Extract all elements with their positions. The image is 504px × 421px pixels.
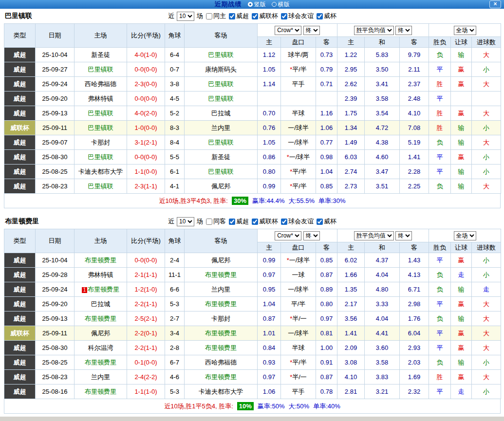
handicap-home-odds-cell: 1.01 [258,326,281,341]
home-team-cell: 布里顿费里 [75,311,127,326]
avg-home-cell: 1.34 [337,121,365,135]
avg-away-cell: 2.28 [400,165,429,179]
league-wlb-checkbox[interactable] [252,219,258,225]
league-friendly-label: 球会友谊 [288,217,314,226]
handicap-line-cell: 半球 [281,106,316,121]
league-wc-checkbox[interactable] [229,13,235,19]
radio-vertical[interactable]: 竖版 [248,0,266,9]
company-select[interactable]: Crow* [275,231,301,240]
league-filter-wb[interactable]: 威杯 [316,12,336,20]
dialog-titlebar: 近期战绩 竖版 横版 × [0,0,504,9]
handicap-away-odds-cell: 0.87 [316,370,337,384]
radio-selected-icon [248,2,253,7]
away-team-cell: 布里顿费里 [185,370,258,384]
league-type-cell: 威超 [4,355,36,370]
league-filter-friendly[interactable]: 球会友谊 [280,12,314,20]
avg-away-cell: 2.32 [400,384,429,399]
league-wb-checkbox[interactable] [317,13,323,19]
result-handicap-cell: 赢 [451,370,472,384]
final-select[interactable]: 终 [303,26,320,35]
team-section-2: 布里顿费里 近 10 场 同客 威超 威联杯 球会友谊 威杯 类型 日期 主场 … [4,214,501,414]
league-wb-checkbox[interactable] [317,219,323,225]
corner-cell: 4-1 [165,179,185,194]
avg-home-cell: 2.95 [337,62,365,77]
league-filter-friendly[interactable]: 球会友谊 [280,217,314,226]
handicap-line-cell: *半/一 [281,311,316,326]
handicap-away-odds-cell: 0.89 [316,282,337,297]
summary-record: 近10场,胜1平5负4, 胜率: [164,402,233,411]
corner-cell: 5-3 [165,297,185,311]
league-type-cell: 威超 [4,384,36,399]
result-goal-cell: 大 [472,135,501,150]
corner-cell: 11-1 [165,268,185,282]
league-filter-wc[interactable]: 威超 [228,12,249,20]
avg-select[interactable]: 胜平负均值 [354,26,394,35]
result-goal-cell: 小 [472,121,501,135]
avg-select[interactable]: 胜平负均值 [354,231,394,240]
final-select[interactable]: 终 [303,231,320,240]
league-type-cell: 威超 [4,150,36,165]
window-bottom-edge [0,417,504,421]
score-cell: 0-0(0-0) [127,150,165,165]
league-wlb-checkbox[interactable] [252,13,258,19]
league-friendly-checkbox[interactable] [281,219,287,225]
avg-dropdowns: 胜平负均值 终 [337,24,429,37]
score-cell: 1-1(1-0) [127,384,165,399]
handicap-away-odds-cell: 0.73 [316,48,337,62]
team-name: 巴里镇联 [5,12,32,20]
result-handicap-cell: 输 [451,282,472,297]
result-goal-cell: 小 [472,253,501,268]
company-select[interactable]: Crow* [275,26,301,35]
result-handicap-cell: 走 [451,268,472,282]
avg-away-cell: 1.76 [400,311,429,326]
avg-away-cell: 7.08 [400,121,429,135]
same-venue-checkbox[interactable] [206,219,212,225]
away-team-cell: 西哈弗福德 [185,355,258,370]
avg-draw-cell: 3.47 [365,165,400,179]
handicap-away-odds-cell: 0.97 [316,311,337,326]
avg-draw-cell: 4.72 [365,121,400,135]
result-wdl-cell: 平 [429,150,451,165]
same-venue-filter[interactable]: 同主 [205,12,226,20]
scope-dropdown: 全场 [429,229,501,242]
match-count-select[interactable]: 10 [177,12,194,21]
match-count-select[interactable]: 10 [177,217,194,226]
score-cell: 0-0(0-0) [127,253,165,268]
league-filter-wlb[interactable]: 威联杯 [251,217,278,226]
score-cell: 2-3(1-1) [127,179,165,194]
handicap-line-cell: *平/半 [281,179,316,194]
match-date-cell: 25-09-24 [36,77,75,92]
avg-home-cell: 2.62 [337,77,365,92]
close-icon[interactable]: × [489,0,501,8]
result-goal-cell: 大 [472,48,501,62]
league-filter-wb[interactable]: 威杯 [316,217,336,226]
avg-draw-cell: 3.58 [365,355,400,370]
match-row: 威超25-09-07卡那封3-1(2-1)8-4巴里镇联1.05一/球半0.77… [4,135,501,150]
avg-away-cell: 2.03 [400,355,429,370]
same-venue-checkbox[interactable] [206,13,212,19]
scope-select[interactable]: 全场 [454,231,476,240]
col-result-goals: 进球数 [472,242,501,253]
league-wc-checkbox[interactable] [229,219,235,225]
league-filter-wc[interactable]: 威超 [228,217,249,226]
match-row: 威超25-09-13布里顿费里2-5(2-1)2-7卡那封0.87*半/一0.9… [4,311,501,326]
league-filter-wlb[interactable]: 威联杯 [251,12,278,20]
scope-select[interactable]: 全场 [454,26,476,35]
radio-horizontal[interactable]: 横版 [272,0,290,9]
league-type-cell: 威超 [4,253,36,268]
match-date-cell: 25-08-16 [36,384,75,399]
away-team-cell: 兰内里 [185,121,258,135]
match-date-cell: 25-09-11 [36,326,75,341]
match-row: 威联杯25-09-11巴里镇联1-0(0-0)8-3兰内里0.76一/球半1.0… [4,121,501,135]
final-select[interactable]: 终 [395,231,412,240]
col-result-goals: 进球数 [472,37,501,48]
league-friendly-checkbox[interactable] [281,13,287,19]
over-rate: 大:55.5% [289,197,315,205]
handicap-line-cell: 半球 [281,341,316,355]
same-venue-filter[interactable]: 同客 [205,217,226,226]
home-team-cell: 兰内里 [75,370,127,384]
handicap-line-cell: 一/球半 [281,135,316,150]
final-select[interactable]: 终 [395,26,412,35]
result-wdl-cell: 胜 [429,106,451,121]
match-date-cell: 25-08-30 [36,150,75,165]
